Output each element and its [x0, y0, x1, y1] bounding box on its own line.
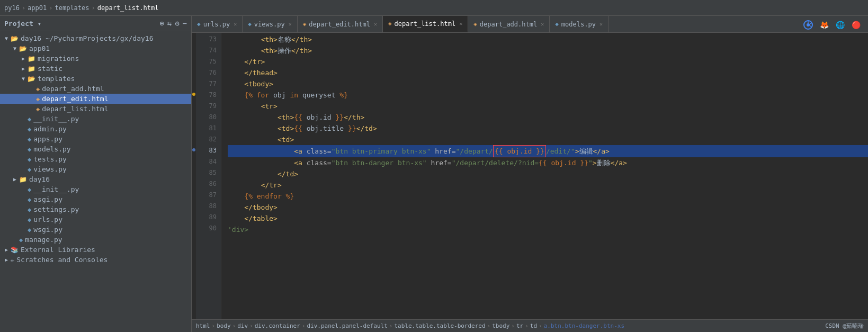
sidebar-item-settings-py[interactable]: settings.py: [0, 204, 191, 214]
folder-open-icon: [11, 35, 19, 42]
code-line-84: <a class="btn btn-danger btn-xs" href="/…: [228, 157, 868, 168]
file-py-icon-init2: [28, 186, 31, 193]
tab-icon-depart-list: ◈: [388, 20, 392, 27]
sidebar-item-depart-edit[interactable]: depart_edit.html: [0, 94, 191, 104]
sidebar-collapse-icon[interactable]: ⇆: [167, 19, 172, 28]
file-html-icon-depart-add: [36, 85, 40, 93]
sidebar-item-templates-label: templates: [38, 75, 75, 83]
sidebar-item-init2-py[interactable]: __init__.py: [0, 184, 191, 194]
tab-views-py[interactable]: ◆ views.py ✕: [243, 16, 297, 32]
tab-urls-py[interactable]: ◆ urls.py ✕: [192, 16, 243, 32]
sidebar-item-day16-sub[interactable]: day16: [0, 174, 191, 184]
status-breadcrumb: html › body › div › div.container › div.…: [196, 322, 624, 329]
code-line-90: 'div>: [228, 224, 868, 235]
arrow-day16-sub: [11, 176, 19, 182]
code-content[interactable]: <th>名称</th> <th>操作</th> </tr> </thead>: [221, 33, 868, 319]
sidebar-item-admin-py[interactable]: admin.py: [0, 124, 191, 134]
gutter-88: [192, 200, 196, 211]
sidebar-item-models-py[interactable]: models.py: [0, 144, 191, 154]
breadcrumb-py16: py16: [4, 4, 20, 12]
tab-close-depart-add[interactable]: ✕: [541, 21, 544, 27]
sidebar-item-urls-py[interactable]: urls.py: [0, 214, 191, 225]
tab-bar: ◆ urls.py ✕ ◆ views.py ✕ ◈ depart_edit.h…: [192, 16, 868, 33]
sidebar-item-depart-list[interactable]: depart_list.html: [0, 104, 191, 114]
sidebar-item-asgi-label: asgi.py: [33, 195, 62, 203]
ln-80: 80: [196, 112, 217, 123]
sidebar-item-day16-sub-label: day16: [29, 175, 50, 183]
sidebar-item-views-py[interactable]: views.py: [0, 164, 191, 174]
chrome-icon[interactable]: [802, 19, 814, 31]
top-bar: py16 › app01 › templates › depart_list.h…: [0, 0, 868, 16]
code-line-87: {% endfor %}: [228, 191, 868, 202]
sidebar-item-urls-label: urls.py: [33, 216, 62, 223]
tab-close-urls-py[interactable]: ✕: [234, 21, 237, 27]
code-line-78: {% for obj in queryset %}: [228, 89, 868, 101]
tab-close-depart-edit[interactable]: ✕: [374, 21, 377, 27]
sidebar-title: Project ▾: [4, 20, 156, 28]
sidebar-item-scratches[interactable]: Scratches and Consoles: [0, 255, 191, 265]
ln-89: 89: [196, 212, 217, 223]
sidebar-item-app01[interactable]: app01: [0, 43, 191, 53]
gutter-dot-78: [192, 93, 195, 96]
gutter-80: [192, 111, 196, 122]
code-line-81: <td>{{ obj.title }}</td>: [228, 123, 868, 134]
gutter-86: [192, 177, 196, 189]
sidebar-item-external-libs[interactable]: External Libraries: [0, 245, 191, 255]
ln-79: 79: [196, 101, 217, 112]
tab-close-views-py[interactable]: ✕: [289, 21, 292, 27]
sidebar-item-migrations[interactable]: migrations: [0, 53, 191, 64]
arrow-migrations: [19, 56, 28, 61]
sidebar-item-manage-py[interactable]: manage.py: [0, 235, 191, 245]
sidebar-item-templates[interactable]: templates: [0, 74, 191, 84]
breadcrumb-templates: templates: [55, 4, 90, 12]
code-line-73: <th>名称</th>: [228, 34, 868, 45]
status-div-panel: div.panel.panel-default: [307, 322, 387, 329]
sidebar-item-static[interactable]: static: [0, 64, 191, 74]
edge-icon[interactable]: 🌐: [834, 19, 846, 31]
firefox-icon[interactable]: 🦊: [818, 19, 830, 31]
browser-icons: 🦊 🌐 🔴: [802, 19, 862, 31]
arrow-static: [19, 66, 28, 71]
sidebar-settings-icon[interactable]: ⚙: [175, 19, 179, 28]
code-line-86: </tr>: [228, 180, 868, 191]
file-html-icon-depart-list: [36, 105, 40, 113]
arrow-templates: [19, 76, 28, 82]
sidebar-item-asgi-py[interactable]: asgi.py: [0, 194, 191, 204]
sidebar-browse-icon[interactable]: ⊕: [159, 19, 164, 28]
sidebar-item-wsgi-py[interactable]: wsgi.py: [0, 225, 191, 235]
tab-close-models-py[interactable]: ✕: [599, 21, 603, 27]
tab-models-py[interactable]: ◆ models.py ✕: [550, 16, 609, 32]
status-bar: html › body › div › div.container › div.…: [192, 319, 868, 332]
tab-label-views-py: views.py: [254, 21, 285, 28]
file-py-icon-models: [28, 146, 31, 153]
tab-depart-add[interactable]: ◈ depart_add.html ✕: [468, 16, 550, 32]
gutter-dot-83: [192, 148, 195, 151]
tab-icon-depart-add: ◈: [473, 21, 477, 28]
sidebar-item-day16-root[interactable]: day16 ~/PycharmProjects/gx/day16: [0, 33, 191, 43]
sidebar-item-depart-list-label: depart_list.html: [42, 105, 108, 113]
sidebar-minimize-icon[interactable]: −: [183, 19, 187, 28]
folder-open-icon-app01: [19, 45, 27, 52]
gutter-78: [192, 88, 196, 100]
sidebar-item-depart-add[interactable]: depart_add.html: [0, 84, 191, 94]
line-numbers: 73 74 75 76 77 78 79 80 81 82 83 84 85 8…: [196, 33, 221, 319]
sidebar-header: Project ▾ ⊕ ⇆ ⚙ −: [0, 16, 191, 31]
sidebar-item-depart-edit-label: depart_edit.html: [42, 95, 108, 103]
sidebar-item-apps-py[interactable]: apps.py: [0, 134, 191, 144]
sidebar-item-apps-label: apps.py: [33, 135, 62, 143]
tab-depart-edit[interactable]: ◈ depart_edit.html ✕: [298, 16, 383, 32]
ln-86: 86: [196, 178, 217, 190]
status-body: body: [217, 322, 231, 329]
status-tbody: tbody: [492, 322, 509, 329]
folder-open-icon-templates: [28, 75, 35, 83]
ln-76: 76: [196, 67, 217, 78]
opera-icon[interactable]: 🔴: [850, 19, 862, 31]
sidebar-item-init2-label: __init__.py: [33, 185, 79, 193]
tab-close-depart-list[interactable]: ✕: [459, 21, 462, 26]
file-py-icon-asgi: [28, 196, 31, 203]
sidebar: Project ▾ ⊕ ⇆ ⚙ − day16 ~/PycharmProject…: [0, 16, 192, 332]
tab-depart-list[interactable]: ◈ depart_list.html ✕: [383, 16, 468, 32]
sidebar-item-tests-py[interactable]: tests.py: [0, 154, 191, 164]
sidebar-item-static-label: static: [38, 65, 62, 73]
sidebar-item-init-py[interactable]: __init__.py: [0, 114, 191, 124]
